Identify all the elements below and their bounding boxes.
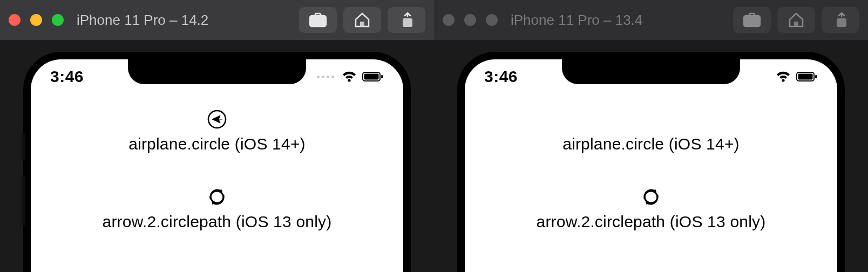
home-icon xyxy=(354,12,371,28)
window-title: iPhone 11 Pro – 13.4 xyxy=(511,12,642,29)
minimize-icon[interactable] xyxy=(30,14,42,26)
traffic-lights xyxy=(443,14,498,26)
status-right xyxy=(776,71,818,83)
device-frame: 3:46 xyxy=(457,52,845,272)
side-button-icon xyxy=(22,133,25,161)
screenshot-icon xyxy=(309,12,327,28)
item-label: arrow.2.circlepath (iOS 13 only) xyxy=(537,213,766,231)
device-frame: 3:46 xyxy=(23,52,411,272)
item-label: arrow.2.circlepath (iOS 13 only) xyxy=(103,213,332,231)
svg-rect-11 xyxy=(794,22,798,26)
list-item: arrow.2.circlepath (iOS 13 only) xyxy=(537,186,766,231)
screenshot-icon xyxy=(743,12,761,28)
wifi-icon xyxy=(776,71,791,83)
status-time: 3:46 xyxy=(50,67,84,86)
window-title: iPhone 11 Pro – 14.2 xyxy=(77,12,208,29)
svg-point-4 xyxy=(348,79,350,81)
item-label: airplane.circle (iOS 14+) xyxy=(128,135,306,153)
close-icon[interactable] xyxy=(443,14,455,26)
status-bar: 3:46 xyxy=(465,64,837,90)
traffic-lights xyxy=(9,14,64,26)
status-bar: 3:46 xyxy=(31,64,403,90)
arrow-2-circlepath-icon xyxy=(206,186,228,208)
screen-content: airplane.circle (iOS 14+) xyxy=(465,108,837,263)
screen-content: airplane.circle (iOS 14+) xyxy=(31,108,403,263)
status-time: 3:46 xyxy=(484,67,518,86)
share-icon xyxy=(398,12,415,28)
battery-icon xyxy=(362,71,384,82)
svg-rect-7 xyxy=(381,75,383,78)
share-button[interactable] xyxy=(822,7,859,33)
share-button[interactable] xyxy=(388,7,425,33)
home-button[interactable] xyxy=(777,7,815,33)
zoom-icon[interactable] xyxy=(486,14,498,26)
wifi-icon xyxy=(342,71,357,83)
titlebar[interactable]: iPhone 11 Pro – 13.4 xyxy=(434,0,868,40)
device-bezel: 3:46 xyxy=(0,40,434,272)
list-item: arrow.2.circlepath (iOS 13 only) xyxy=(103,186,332,231)
battery-icon xyxy=(796,71,818,82)
device-bezel: 3:46 xyxy=(434,40,868,272)
device-screen[interactable]: 3:46 xyxy=(31,59,403,272)
item-label: airplane.circle (iOS 14+) xyxy=(562,135,740,153)
side-button-icon xyxy=(22,176,25,226)
svg-point-13 xyxy=(782,79,784,81)
screenshot-button[interactable] xyxy=(733,7,771,33)
device-screen[interactable]: 3:46 xyxy=(465,59,837,272)
screenshot-button[interactable] xyxy=(299,7,337,33)
minimize-icon[interactable] xyxy=(464,14,476,26)
zoom-icon[interactable] xyxy=(52,14,64,26)
simulator-pair: iPhone 11 Pro – 14.2 xyxy=(0,0,868,272)
svg-rect-3 xyxy=(403,18,412,27)
home-button[interactable] xyxy=(343,7,381,33)
titlebar[interactable]: iPhone 11 Pro – 14.2 xyxy=(0,0,434,40)
svg-rect-6 xyxy=(364,74,379,80)
svg-rect-15 xyxy=(798,74,813,80)
close-icon[interactable] xyxy=(9,14,21,26)
arrow-2-circlepath-icon xyxy=(640,186,662,208)
share-icon xyxy=(832,12,849,28)
svg-rect-2 xyxy=(360,22,364,26)
home-icon xyxy=(788,12,805,28)
status-right xyxy=(317,71,384,83)
simulator-window-0: iPhone 11 Pro – 14.2 xyxy=(0,0,434,272)
svg-rect-12 xyxy=(837,18,846,27)
airplane-circle-icon xyxy=(207,108,227,131)
svg-rect-16 xyxy=(815,75,817,78)
toolbar xyxy=(733,7,859,33)
list-item: airplane.circle (iOS 14+) xyxy=(562,108,740,153)
cellular-dots-icon xyxy=(317,76,334,78)
toolbar xyxy=(299,7,425,33)
simulator-window-1: iPhone 11 Pro – 13.4 xyxy=(434,0,868,272)
list-item: airplane.circle (iOS 14+) xyxy=(128,108,306,153)
